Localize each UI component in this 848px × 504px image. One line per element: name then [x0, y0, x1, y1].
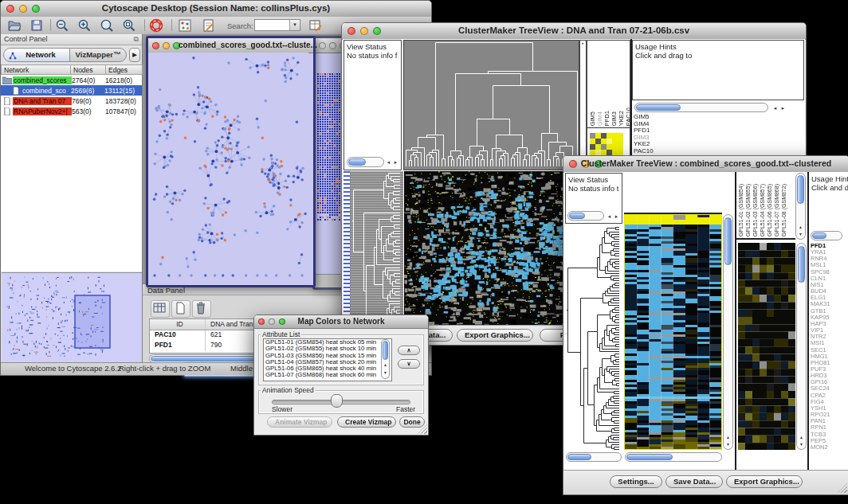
zoom-selected-icon[interactable]: [100, 18, 114, 33]
table-row[interactable]: RNAPuberNov2+| 563(0) 107847(0): [1, 106, 142, 116]
scroll-up-icon[interactable]: ▴: [798, 434, 805, 441]
network-view-canvas[interactable]: [148, 53, 308, 280]
scroll-up-icon[interactable]: ▴: [382, 361, 389, 369]
splitter-strip[interactable]: ▸: [579, 40, 587, 170]
scrollbar-thumb[interactable]: [724, 217, 732, 265]
table-row-selected[interactable]: combined_sco 2569(6) 13112(15): [1, 85, 142, 96]
heatmap-canvas[interactable]: [404, 171, 568, 326]
scrollbar-thumb[interactable]: [383, 341, 388, 360]
save-data-button[interactable]: Save Data...: [665, 475, 723, 488]
column-label[interactable]: GPL51-08 (GSM872): [780, 184, 787, 236]
close-button[interactable]: [152, 42, 159, 49]
tab-overflow-button[interactable]: ▶: [129, 48, 140, 62]
scroll-up-icon[interactable]: ▴: [724, 434, 732, 441]
table-row[interactable]: combined_scores 2764(0) 16218(0): [1, 75, 142, 85]
column-dendrogram-canvas[interactable]: [403, 40, 579, 170]
scrollbar-thumb[interactable]: [797, 175, 804, 204]
row-dendrogram-canvas[interactable]: [565, 225, 622, 451]
treeview1-titlebar[interactable]: ClusterMaker TreeView : DNA and Tran 07-…: [342, 23, 806, 40]
column-label[interactable]: PAC10: [625, 107, 630, 126]
resize-grip[interactable]: [838, 483, 847, 493]
move-down-button[interactable]: ∨: [398, 359, 420, 369]
scroll-left-icon[interactable]: ◂: [771, 104, 779, 111]
column-label[interactable]: YKE2: [618, 111, 625, 126]
export-graphics-button[interactable]: Export Graphics...: [457, 329, 533, 342]
float-panel-icon[interactable]: ⧉: [134, 35, 139, 44]
column-header-network[interactable]: Network: [1, 64, 71, 75]
table-edit-icon[interactable]: [308, 18, 323, 33]
minimize-button[interactable]: [329, 42, 336, 49]
attribute-select-icon[interactable]: [151, 300, 170, 318]
move-up-button[interactable]: ∧: [398, 346, 420, 355]
column-header-edges[interactable]: Edges: [106, 64, 143, 75]
settings-button[interactable]: Settings...: [610, 475, 662, 488]
column-label[interactable]: GPL51-04 (GSM857): [759, 184, 766, 236]
zoom-fit-icon[interactable]: [122, 18, 136, 33]
scroll-right-icon[interactable]: ▸: [613, 213, 620, 220]
row-label[interactable]: YKE2: [632, 141, 804, 148]
usage-hints-hscrollbar[interactable]: [811, 231, 842, 240]
birdseye-view-icon[interactable]: [178, 18, 192, 33]
annotation-icon[interactable]: [202, 18, 216, 33]
scrollbar-thumb[interactable]: [636, 104, 681, 111]
column-label[interactable]: GIM3: [610, 111, 618, 126]
scroll-down-icon[interactable]: ▾: [382, 369, 389, 377]
zoom-in-icon[interactable]: [77, 18, 92, 33]
column-label[interactable]: GPL51-07 (GSM868): [773, 184, 780, 236]
scrollbar-thumb[interactable]: [348, 158, 366, 166]
view-status-hscrollbar[interactable]: [347, 157, 384, 167]
column-names-vscrollbar[interactable]: ▴ ▾: [795, 173, 806, 240]
selection-zoom-heatmap[interactable]: [738, 243, 795, 450]
column-label[interactable]: GIM4: [596, 111, 603, 126]
search-input[interactable]: ▼: [254, 19, 300, 31]
heatmap-vscrollbar[interactable]: ▴ ▾: [723, 214, 733, 450]
new-attribute-icon[interactable]: [171, 300, 190, 318]
network-grid-canvas[interactable]: [316, 72, 342, 223]
row-label[interactable]: PFD1: [632, 127, 804, 135]
scrollbar-thumb[interactable]: [567, 454, 591, 460]
dialog-titlebar[interactable]: Map Colors to Network: [254, 315, 428, 329]
row-label[interactable]: PAC10: [632, 148, 804, 155]
usage-hints-hscrollbar[interactable]: [634, 103, 768, 112]
create-vizmap-button[interactable]: Create Vizmap: [337, 416, 396, 428]
scrollbar-thumb[interactable]: [812, 232, 826, 239]
scroll-right-icon[interactable]: ▸: [392, 158, 399, 166]
scroll-down-icon[interactable]: ▾: [724, 441, 732, 448]
scrollbar-thumb[interactable]: [798, 246, 805, 283]
slider-thumb[interactable]: [331, 394, 343, 408]
column-label[interactable]: PFD1: [603, 111, 610, 126]
save-icon[interactable]: [29, 18, 44, 33]
scrollbar-thumb[interactable]: [569, 213, 585, 219]
done-button[interactable]: Done: [399, 416, 425, 428]
scroll-up-icon[interactable]: ▴: [797, 224, 804, 231]
tab-network[interactable]: Network: [3, 48, 70, 62]
scroll-left-icon[interactable]: ◂: [385, 158, 392, 166]
network-window-titlebar[interactable]: combined_scores_good.txt--cluste...: [148, 38, 313, 53]
row-label[interactable]: GIM4: [632, 121, 804, 128]
view-status-hscrollbar[interactable]: [567, 211, 604, 221]
help-lifesaver-icon[interactable]: [149, 18, 163, 33]
row-dendrogram-canvas[interactable]: [351, 171, 403, 326]
row-label[interactable]: GIM5: [632, 114, 804, 121]
column-header-id[interactable]: ID: [150, 319, 206, 330]
tab-vizmapper[interactable]: VizMapper™: [69, 48, 127, 62]
column-label[interactable]: GPL51-02 (GSM855): [744, 184, 752, 236]
treeview2-titlebar[interactable]: ClusterMaker TreeView : combined_scores_…: [563, 156, 848, 173]
attribute-list-item[interactable]: GPL51-07 (GSM868) heat shock 60 min: [264, 372, 391, 378]
gene-label[interactable]: MON2: [809, 444, 848, 451]
column-label[interactable]: GIM5: [589, 111, 596, 126]
scroll-down-icon[interactable]: ▾: [797, 231, 804, 238]
column-label[interactable]: GPL51-03 (GSM856): [752, 184, 759, 236]
main-titlebar[interactable]: Cytoscape Desktop (Session Name: collins…: [1, 1, 431, 18]
birdseye-view-canvas[interactable]: [2, 272, 142, 362]
column-label[interactable]: GPL51-06 (GSM865): [766, 184, 773, 236]
scrollbar-thumb[interactable]: [626, 454, 673, 460]
column-label[interactable]: GPL51-01 (GSM854): [737, 184, 744, 236]
dendrogram-hscrollbar[interactable]: [566, 452, 622, 462]
column-header-nodes[interactable]: Nodes: [71, 64, 106, 75]
selection-marks-strip[interactable]: [344, 171, 351, 326]
open-file-icon[interactable]: [7, 18, 22, 33]
zoom-heatmap-vscrollbar[interactable]: ▴ ▾: [796, 243, 807, 450]
minimize-button[interactable]: [163, 42, 170, 49]
heatmap-canvas[interactable]: [624, 214, 722, 450]
